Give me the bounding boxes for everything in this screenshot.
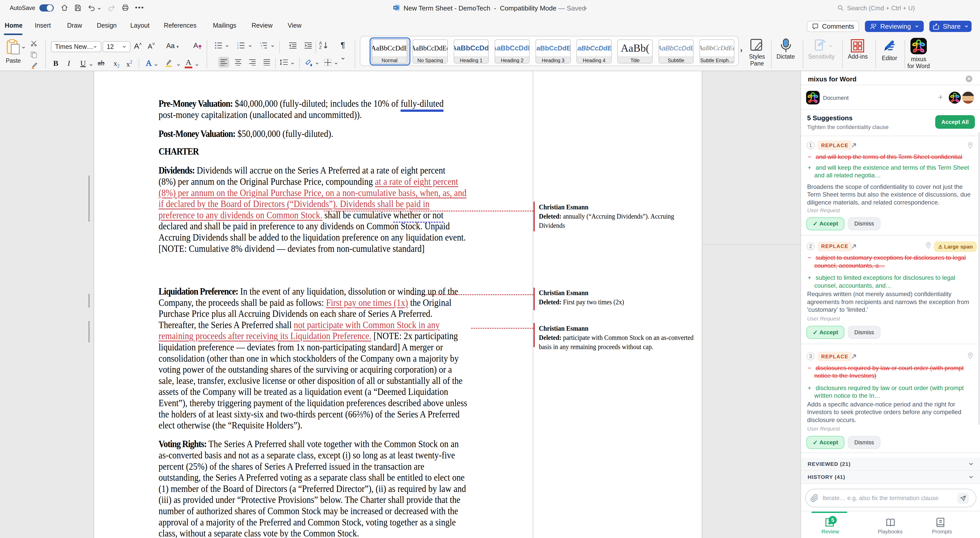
svg-text:W: W — [394, 6, 397, 9]
svg-text:1: 1 — [259, 42, 261, 44]
svg-text:A: A — [319, 41, 322, 45]
svg-text:i: i — [262, 47, 262, 49]
svg-text:2: 2 — [237, 44, 239, 47]
svg-text:1: 1 — [237, 42, 239, 44]
svg-text:Z: Z — [319, 45, 322, 49]
svg-text:a: a — [261, 44, 262, 47]
svg-text:3: 3 — [237, 47, 239, 49]
